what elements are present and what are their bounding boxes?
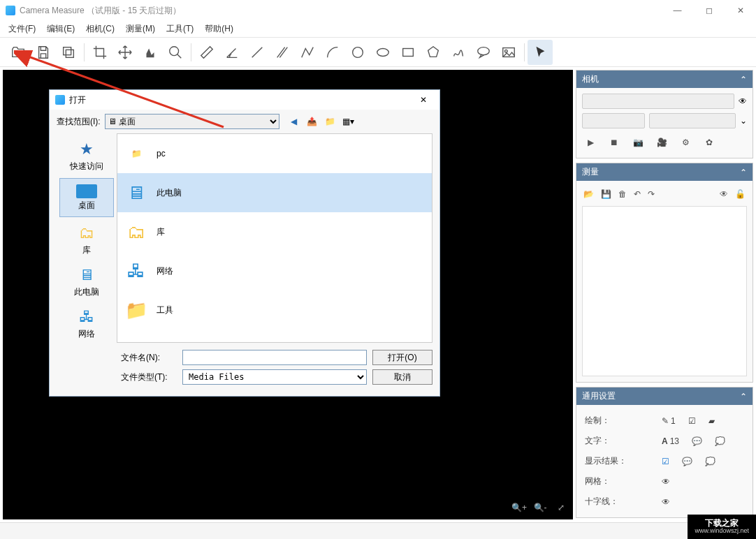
sliders-icon[interactable]: ⚙ — [678, 135, 692, 149]
open-button[interactable] — [6, 40, 31, 65]
move-button[interactable] — [112, 40, 138, 65]
camera-panel-title: 相机 — [582, 73, 599, 85]
draw-label: 绘制： — [585, 415, 641, 427]
grid-toggle-icon[interactable]: 👁 — [662, 477, 670, 487]
visibility-icon[interactable]: 👁 — [720, 189, 728, 199]
camera-select[interactable] — [582, 94, 734, 109]
up-icon[interactable]: 📤 — [306, 115, 319, 128]
angle-button[interactable] — [219, 40, 245, 65]
zoom-button[interactable] — [163, 40, 188, 65]
maximize-button[interactable]: ◻ — [693, 0, 725, 21]
zoom-out-icon[interactable]: 🔍- — [532, 500, 548, 515]
snapshot-icon[interactable]: 📷 — [631, 135, 645, 149]
file-label: 网络 — [157, 265, 173, 277]
bubble1-icon[interactable]: 💬 — [692, 436, 702, 446]
menu-help[interactable]: 帮助(H) — [199, 21, 239, 37]
cancel-button[interactable]: 取消 — [372, 369, 432, 385]
measure-list[interactable] — [582, 206, 747, 376]
filename-input[interactable] — [182, 350, 367, 365]
svg-point-2 — [170, 46, 179, 55]
statusbar — [0, 522, 756, 539]
file-item[interactable]: 📁工具 — [117, 290, 432, 330]
image-button[interactable] — [496, 40, 521, 65]
menu-edit[interactable]: 编辑(E) — [41, 21, 80, 37]
pointer-button[interactable] — [528, 40, 553, 65]
settings-icon[interactable]: ✿ — [702, 135, 716, 149]
result-bubble2-icon[interactable]: 💭 — [705, 457, 715, 466]
open-confirm-button[interactable]: 打开(O) — [372, 350, 432, 365]
close-button[interactable]: ✕ — [725, 0, 756, 21]
comment-button[interactable] — [471, 40, 496, 65]
histogram-button[interactable] — [138, 40, 163, 65]
menu-camera[interactable]: 相机(C) — [80, 21, 120, 37]
redo-icon[interactable]: ↷ — [648, 189, 655, 199]
dialog-logo-icon — [55, 95, 65, 105]
back-icon[interactable]: ◀ — [288, 115, 300, 128]
camera-fmt-select[interactable] — [649, 113, 736, 128]
edit-icon[interactable]: ☑ — [688, 416, 696, 426]
result-check[interactable]: ☑ — [662, 457, 669, 466]
filetype-select[interactable]: Media Files — [182, 369, 367, 385]
menu-tools[interactable]: 工具(T) — [161, 21, 199, 37]
arc-button[interactable] — [320, 40, 345, 65]
camera-res-select[interactable] — [582, 113, 645, 128]
polygon-button[interactable] — [421, 40, 446, 65]
place-network[interactable]: 🖧网络 — [59, 304, 114, 343]
eye-icon[interactable]: 👁 — [739, 96, 747, 106]
circle-button[interactable] — [345, 40, 370, 65]
place-label: 库 — [82, 244, 91, 256]
undo-icon[interactable]: ↶ — [634, 189, 641, 199]
cross-toggle-icon[interactable]: 👁 — [662, 497, 670, 507]
rect-button[interactable] — [395, 40, 421, 65]
lock-icon[interactable]: 🔓 — [735, 189, 746, 199]
file-item[interactable]: 📁pc — [117, 134, 432, 173]
viewmode-icon[interactable]: ▦▾ — [342, 115, 355, 128]
save-button[interactable] — [31, 40, 56, 65]
expand-icon[interactable]: ⌄ — [740, 116, 747, 126]
file-list[interactable]: 📁pc 🖥此电脑 🗂库 🖧网络 📁工具 — [117, 133, 432, 343]
polyline-button[interactable] — [295, 40, 320, 65]
ruler-button[interactable] — [194, 40, 219, 65]
zoom-in-icon[interactable]: 🔍+ — [511, 500, 527, 515]
place-desktop[interactable]: 桌面 — [59, 178, 114, 217]
parallel-button[interactable] — [270, 40, 295, 65]
crop-button[interactable] — [87, 40, 112, 65]
menubar: 文件(F) 编辑(E) 相机(C) 测量(M) 工具(T) 帮助(H) — [0, 21, 756, 38]
newfolder-icon[interactable]: 📁 — [324, 115, 337, 128]
pen-icon[interactable]: ✎1 — [662, 416, 676, 426]
lookin-select[interactable]: 🖥 桌面 — [105, 114, 279, 129]
window-title: Camera Measure （试用版 - 15 天后过期） — [20, 5, 181, 17]
dialog-titlebar[interactable]: 打开 ✕ — [50, 90, 439, 110]
camera-panel-header[interactable]: 相机 ⌃ — [576, 71, 753, 88]
bubble2-icon[interactable]: 💭 — [715, 436, 725, 446]
menu-file[interactable]: 文件(F) — [3, 21, 41, 37]
save-icon[interactable]: 💾 — [601, 189, 611, 199]
minimize-button[interactable]: — — [662, 0, 693, 21]
place-library[interactable]: 🗂库 — [59, 220, 114, 259]
stop-icon[interactable]: ⏹ — [607, 135, 621, 149]
place-quick[interactable]: ★快速访问 — [59, 136, 114, 175]
result-bubble1-icon[interactable]: 💬 — [682, 457, 692, 466]
menu-measure[interactable]: 测量(M) — [120, 21, 161, 37]
freeform-button[interactable] — [446, 40, 471, 65]
dialog-close-button[interactable]: ✕ — [413, 95, 434, 105]
file-item[interactable]: 🗂库 — [117, 212, 432, 251]
line-button[interactable] — [245, 40, 270, 65]
record-icon[interactable]: 🎥 — [655, 135, 669, 149]
place-label: 此电脑 — [74, 286, 99, 298]
play-icon[interactable]: ▶ — [583, 135, 597, 149]
watermark-sub: www.windowszj.net — [695, 528, 749, 535]
folder-open-icon[interactable]: 📂 — [583, 189, 594, 199]
fill-icon[interactable]: ▰ — [708, 416, 715, 426]
file-item[interactable]: 🖥此电脑 — [117, 173, 432, 212]
fullscreen-icon[interactable]: ⤢ — [553, 500, 569, 515]
copy-button[interactable] — [56, 40, 81, 65]
general-panel-header[interactable]: 通用设置 ⌃ — [576, 387, 753, 405]
ellipse-button[interactable] — [370, 40, 395, 65]
measure-panel-header[interactable]: 测量 ⌃ — [576, 163, 753, 181]
measure-panel-title: 测量 — [582, 166, 599, 178]
file-item[interactable]: 🖧网络 — [117, 251, 432, 290]
place-thispc[interactable]: 🖥此电脑 — [59, 262, 114, 301]
font-icon[interactable]: A13 — [662, 436, 679, 446]
delete-icon[interactable]: 🗑 — [618, 189, 627, 199]
